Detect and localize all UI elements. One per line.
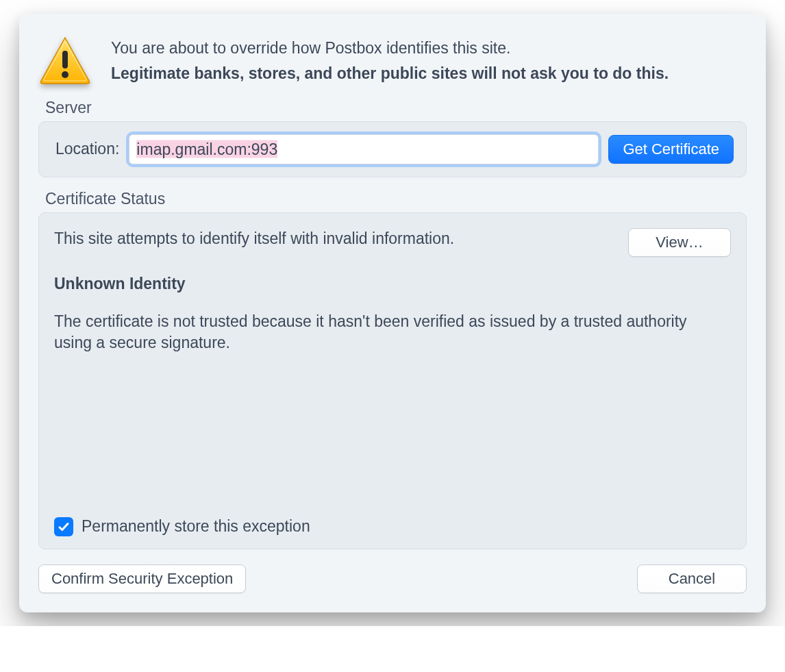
header-text: You are about to override how Postbox id… <box>111 36 747 86</box>
confirm-security-exception-button[interactable]: Confirm Security Exception <box>38 564 246 593</box>
svg-point-1 <box>62 71 68 78</box>
cancel-button[interactable]: Cancel <box>637 564 747 593</box>
warning-icon <box>38 36 92 85</box>
dialog-footer: Confirm Security Exception Cancel <box>38 564 747 593</box>
server-section-label: Server <box>45 99 747 117</box>
permanently-store-label: Permanently store this exception <box>82 517 310 536</box>
view-certificate-button[interactable]: View… <box>628 228 731 257</box>
certificate-status-section-label: Certificate Status <box>45 190 747 208</box>
server-group: Location: imap.gmail.com:993 Get Certifi… <box>38 121 747 177</box>
header-line2: Legitimate banks, stores, and other publ… <box>111 61 747 86</box>
get-certificate-button[interactable]: Get Certificate <box>608 135 734 164</box>
header-line1: You are about to override how Postbox id… <box>111 36 747 61</box>
certificate-detail-text: The certificate is not trusted because i… <box>54 311 712 353</box>
unknown-identity-heading: Unknown Identity <box>54 275 731 293</box>
permanently-store-checkbox[interactable] <box>54 517 73 536</box>
certificate-status-group: This site attempts to identify itself wi… <box>38 212 747 549</box>
svg-rect-0 <box>62 51 68 69</box>
permanently-store-row: Permanently store this exception <box>54 517 731 536</box>
location-input-wrapper[interactable]: imap.gmail.com:993 <box>129 134 599 164</box>
security-exception-dialog: You are about to override how Postbox id… <box>19 14 766 612</box>
certificate-attempt-text: This site attempts to identify itself wi… <box>54 228 454 249</box>
dialog-header: You are about to override how Postbox id… <box>38 36 747 86</box>
location-input[interactable] <box>129 134 599 164</box>
location-label: Location: <box>51 140 119 158</box>
